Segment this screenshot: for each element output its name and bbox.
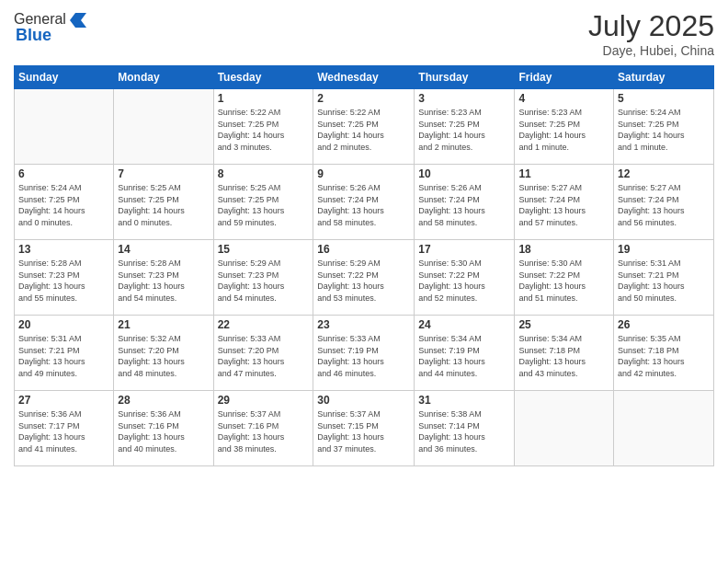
table-row: 26Sunrise: 5:35 AM Sunset: 7:18 PM Dayli…: [614, 316, 714, 391]
day-info: Sunrise: 5:26 AM Sunset: 7:24 PM Dayligh…: [418, 182, 510, 228]
table-row: 15Sunrise: 5:29 AM Sunset: 7:23 PM Dayli…: [213, 240, 313, 316]
calendar-week-row: 13Sunrise: 5:28 AM Sunset: 7:23 PM Dayli…: [15, 240, 714, 316]
table-row: [114, 89, 213, 165]
day-number: 6: [18, 167, 109, 180]
table-row: 13Sunrise: 5:28 AM Sunset: 7:23 PM Dayli…: [15, 240, 114, 316]
table-row: 10Sunrise: 5:26 AM Sunset: 7:24 PM Dayli…: [415, 165, 515, 240]
table-row: 27Sunrise: 5:36 AM Sunset: 7:17 PM Dayli…: [15, 391, 114, 466]
day-info: Sunrise: 5:24 AM Sunset: 7:25 PM Dayligh…: [18, 182, 109, 228]
day-info: Sunrise: 5:25 AM Sunset: 7:25 PM Dayligh…: [118, 182, 209, 228]
table-row: 17Sunrise: 5:30 AM Sunset: 7:22 PM Dayli…: [415, 240, 515, 316]
day-number: 21: [118, 318, 209, 331]
day-number: 14: [118, 243, 209, 256]
table-row: 6Sunrise: 5:24 AM Sunset: 7:25 PM Daylig…: [15, 165, 114, 240]
table-row: 25Sunrise: 5:34 AM Sunset: 7:18 PM Dayli…: [515, 316, 614, 391]
day-number: 16: [317, 243, 410, 256]
day-info: Sunrise: 5:29 AM Sunset: 7:22 PM Dayligh…: [317, 258, 410, 304]
table-row: 31Sunrise: 5:38 AM Sunset: 7:14 PM Dayli…: [415, 391, 515, 466]
calendar-week-row: 1Sunrise: 5:22 AM Sunset: 7:25 PM Daylig…: [15, 89, 714, 165]
title-section: July 2025 Daye, Hubei, China: [588, 9, 714, 58]
table-row: 1Sunrise: 5:22 AM Sunset: 7:25 PM Daylig…: [213, 89, 313, 165]
day-number: 29: [218, 394, 310, 407]
day-number: 31: [418, 394, 510, 407]
day-info: Sunrise: 5:30 AM Sunset: 7:22 PM Dayligh…: [518, 258, 609, 304]
day-number: 12: [618, 167, 710, 180]
day-number: 8: [218, 167, 310, 180]
col-friday: Friday: [515, 66, 614, 89]
day-number: 25: [518, 318, 609, 331]
day-info: Sunrise: 5:25 AM Sunset: 7:25 PM Dayligh…: [218, 182, 310, 228]
day-number: 27: [18, 394, 109, 407]
calendar-week-row: 6Sunrise: 5:24 AM Sunset: 7:25 PM Daylig…: [15, 165, 714, 240]
month-title: July 2025: [588, 9, 714, 43]
table-row: 23Sunrise: 5:33 AM Sunset: 7:19 PM Dayli…: [313, 316, 415, 391]
calendar-week-row: 27Sunrise: 5:36 AM Sunset: 7:17 PM Dayli…: [15, 391, 714, 466]
day-info: Sunrise: 5:31 AM Sunset: 7:21 PM Dayligh…: [18, 333, 109, 379]
day-number: 15: [218, 243, 310, 256]
col-saturday: Saturday: [614, 66, 714, 89]
day-info: Sunrise: 5:22 AM Sunset: 7:25 PM Dayligh…: [218, 107, 310, 153]
day-number: 20: [18, 318, 109, 331]
day-info: Sunrise: 5:37 AM Sunset: 7:16 PM Dayligh…: [218, 408, 310, 454]
day-number: 26: [618, 318, 710, 331]
day-number: 13: [18, 243, 109, 256]
day-info: Sunrise: 5:37 AM Sunset: 7:15 PM Dayligh…: [317, 408, 410, 454]
table-row: 14Sunrise: 5:28 AM Sunset: 7:23 PM Dayli…: [114, 240, 213, 316]
day-number: 17: [418, 243, 510, 256]
day-info: Sunrise: 5:27 AM Sunset: 7:24 PM Dayligh…: [618, 182, 710, 228]
calendar-table: Sunday Monday Tuesday Wednesday Thursday…: [14, 65, 714, 466]
day-info: Sunrise: 5:30 AM Sunset: 7:22 PM Dayligh…: [418, 258, 510, 304]
table-row: 3Sunrise: 5:23 AM Sunset: 7:25 PM Daylig…: [415, 89, 515, 165]
day-number: 2: [317, 92, 410, 105]
location: Daye, Hubei, China: [588, 43, 714, 58]
day-number: 5: [618, 92, 710, 105]
day-info: Sunrise: 5:32 AM Sunset: 7:20 PM Dayligh…: [118, 333, 209, 379]
svg-marker-0: [70, 13, 86, 28]
day-number: 4: [518, 92, 609, 105]
day-number: 1: [218, 92, 310, 105]
day-info: Sunrise: 5:34 AM Sunset: 7:18 PM Dayligh…: [518, 333, 609, 379]
table-row: [515, 391, 614, 466]
col-sunday: Sunday: [15, 66, 114, 89]
header: General Blue July 2025 Daye, Hubei, Chin…: [14, 9, 714, 58]
table-row: 24Sunrise: 5:34 AM Sunset: 7:19 PM Dayli…: [415, 316, 515, 391]
table-row: 9Sunrise: 5:26 AM Sunset: 7:24 PM Daylig…: [313, 165, 415, 240]
col-thursday: Thursday: [415, 66, 515, 89]
day-number: 7: [118, 167, 209, 180]
day-number: 19: [618, 243, 710, 256]
table-row: 29Sunrise: 5:37 AM Sunset: 7:16 PM Dayli…: [213, 391, 313, 466]
day-info: Sunrise: 5:33 AM Sunset: 7:20 PM Dayligh…: [218, 333, 310, 379]
table-row: 30Sunrise: 5:37 AM Sunset: 7:15 PM Dayli…: [313, 391, 415, 466]
table-row: 7Sunrise: 5:25 AM Sunset: 7:25 PM Daylig…: [114, 165, 213, 240]
day-number: 23: [317, 318, 410, 331]
day-number: 22: [218, 318, 310, 331]
day-number: 3: [418, 92, 510, 105]
col-tuesday: Tuesday: [213, 66, 313, 89]
calendar-week-row: 20Sunrise: 5:31 AM Sunset: 7:21 PM Dayli…: [15, 316, 714, 391]
day-number: 11: [518, 167, 609, 180]
table-row: 22Sunrise: 5:33 AM Sunset: 7:20 PM Dayli…: [213, 316, 313, 391]
table-row: 11Sunrise: 5:27 AM Sunset: 7:24 PM Dayli…: [515, 165, 614, 240]
day-number: 18: [518, 243, 609, 256]
table-row: 28Sunrise: 5:36 AM Sunset: 7:16 PM Dayli…: [114, 391, 213, 466]
day-info: Sunrise: 5:26 AM Sunset: 7:24 PM Dayligh…: [317, 182, 410, 228]
day-info: Sunrise: 5:28 AM Sunset: 7:23 PM Dayligh…: [118, 258, 209, 304]
day-info: Sunrise: 5:35 AM Sunset: 7:18 PM Dayligh…: [618, 333, 710, 379]
day-number: 24: [418, 318, 510, 331]
col-monday: Monday: [114, 66, 213, 89]
calendar-header-row: Sunday Monday Tuesday Wednesday Thursday…: [15, 66, 714, 89]
day-number: 30: [317, 394, 410, 407]
table-row: 4Sunrise: 5:23 AM Sunset: 7:25 PM Daylig…: [515, 89, 614, 165]
col-wednesday: Wednesday: [313, 66, 415, 89]
table-row: [15, 89, 114, 165]
day-info: Sunrise: 5:28 AM Sunset: 7:23 PM Dayligh…: [18, 258, 109, 304]
logo-icon: [68, 9, 88, 29]
table-row: 21Sunrise: 5:32 AM Sunset: 7:20 PM Dayli…: [114, 316, 213, 391]
table-row: 12Sunrise: 5:27 AM Sunset: 7:24 PM Dayli…: [614, 165, 714, 240]
day-number: 10: [418, 167, 510, 180]
table-row: 18Sunrise: 5:30 AM Sunset: 7:22 PM Dayli…: [515, 240, 614, 316]
day-info: Sunrise: 5:27 AM Sunset: 7:24 PM Dayligh…: [518, 182, 609, 228]
table-row: 8Sunrise: 5:25 AM Sunset: 7:25 PM Daylig…: [213, 165, 313, 240]
table-row: [614, 391, 714, 466]
day-info: Sunrise: 5:23 AM Sunset: 7:25 PM Dayligh…: [418, 107, 510, 153]
